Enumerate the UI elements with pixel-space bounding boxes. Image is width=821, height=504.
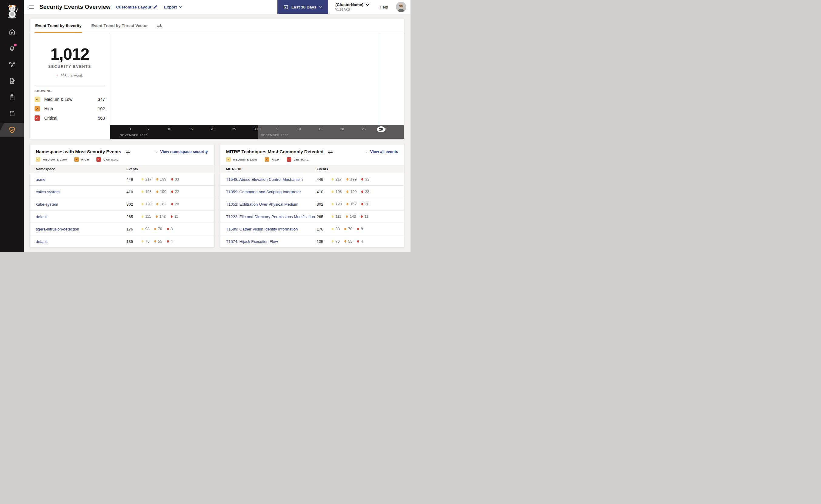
view-all-events-link[interactable]: → View all events bbox=[364, 149, 398, 154]
checkbox-critical[interactable]: ✓ bbox=[96, 157, 101, 162]
high-value: 143 bbox=[346, 214, 356, 219]
sidebar-item-alerts[interactable] bbox=[0, 40, 24, 56]
checkbox-high[interactable]: ✓ bbox=[35, 106, 40, 111]
medium-low-value: 76 bbox=[332, 239, 340, 244]
critical-dot-icon bbox=[361, 178, 363, 181]
selected-day-badge[interactable]: 29 bbox=[377, 126, 385, 132]
row-link[interactable]: T1589: Gather Victim Identity Informatio… bbox=[226, 227, 298, 231]
table-row: T1059: Command and Scripting Interpreter… bbox=[220, 186, 404, 198]
customize-layout-button[interactable]: Customize Layout bbox=[116, 5, 157, 9]
high-dot-icon bbox=[154, 228, 156, 230]
row-link[interactable]: default bbox=[36, 239, 48, 244]
high-value: 199 bbox=[347, 177, 357, 181]
row-link[interactable]: T1222: File and Directory Permissions Mo… bbox=[226, 214, 315, 219]
divider bbox=[35, 85, 105, 85]
tab-event-trend-by-threat-vector[interactable]: Event Trend by Threat Vector bbox=[91, 19, 148, 33]
help-link[interactable]: Help bbox=[380, 5, 388, 9]
namespaces-table: Namespace Events acme44921719933calico-s… bbox=[30, 165, 214, 247]
checkbox-critical[interactable]: ✓ bbox=[287, 157, 291, 162]
mitre-filter-button[interactable] bbox=[328, 150, 333, 154]
critical-dot-icon bbox=[167, 228, 169, 230]
medium-low-value: 76 bbox=[141, 239, 149, 244]
date-range-button[interactable]: Last 30 Days bbox=[278, 0, 329, 14]
cluster-name: {ClusterName} bbox=[335, 2, 364, 7]
namespaces-filter-button[interactable] bbox=[125, 150, 131, 154]
events-total: 135 bbox=[317, 239, 327, 244]
axis-ticks: 15101520253015101520253029 bbox=[128, 125, 387, 139]
mitre-card-title: MITRE Techniques Most Commonly Detected bbox=[226, 149, 324, 154]
medium-low-dot-icon bbox=[332, 215, 334, 218]
row-link[interactable]: T1574: Hijack Execution Flow bbox=[226, 239, 278, 244]
app-root: Security Events Overview Customize Layou… bbox=[0, 0, 410, 252]
table-row: acme44921719933 bbox=[30, 173, 214, 186]
checkbox-medium-low[interactable]: ✓ bbox=[35, 97, 40, 102]
user-avatar[interactable] bbox=[396, 2, 406, 12]
critical-dot-icon bbox=[171, 191, 173, 193]
critical-value: 33 bbox=[361, 177, 369, 181]
row-link[interactable]: tigera-intrusion-detection bbox=[36, 227, 79, 231]
row-link[interactable]: T1059: Command and Scripting Interpreter bbox=[226, 190, 301, 194]
high-value: 199 bbox=[156, 177, 166, 181]
medium-low-value: 98 bbox=[141, 227, 149, 231]
row-link[interactable]: kube-system bbox=[36, 202, 58, 207]
row-link[interactable]: T1052: Exfiltration Over Physical Medium bbox=[226, 202, 298, 207]
row-link[interactable]: T1548: Abuse Elevation Control Mechanism bbox=[226, 177, 303, 182]
checkbox-critical[interactable]: ✓ bbox=[35, 115, 40, 121]
table-row: T1222: File and Directory Permissions Mo… bbox=[220, 211, 404, 223]
sidebar-item-reports[interactable] bbox=[0, 73, 24, 89]
shield-check-icon bbox=[8, 126, 16, 134]
high-dot-icon bbox=[344, 240, 346, 243]
medium-low-dot-icon bbox=[332, 228, 334, 230]
tab-event-trend-by-severity[interactable]: Event Trend by Severity bbox=[35, 19, 82, 33]
table-row: T1052: Exfiltration Over Physical Medium… bbox=[220, 198, 404, 211]
axis-tick: 10 bbox=[167, 127, 171, 131]
checkbox-medium-low[interactable]: ✓ bbox=[36, 157, 40, 162]
events-total: 265 bbox=[126, 214, 137, 219]
sidebar-item-compliance[interactable] bbox=[0, 89, 24, 105]
critical-value: 33 bbox=[171, 177, 179, 181]
severity-filter-critical: ✓ Critical 563 bbox=[35, 115, 105, 121]
events-total: 176 bbox=[126, 227, 137, 231]
row-link[interactable]: calico-system bbox=[36, 190, 60, 194]
medium-low-value: 111 bbox=[141, 214, 151, 219]
high-dot-icon bbox=[347, 191, 348, 193]
calico-cat-logo[interactable] bbox=[0, 0, 24, 19]
row-link[interactable]: acme bbox=[36, 177, 45, 182]
customize-layout-label: Customize Layout bbox=[116, 5, 151, 9]
sidebar-item-service-graph[interactable] bbox=[0, 56, 24, 73]
sidebar-item-security-events[interactable] bbox=[0, 123, 24, 137]
axis-tick: 20 bbox=[340, 127, 344, 131]
row-link[interactable]: default bbox=[36, 214, 48, 219]
table-header-row: Namespace Events bbox=[30, 165, 214, 173]
axis-tick: 25 bbox=[362, 127, 366, 131]
high-value: 162 bbox=[156, 202, 166, 206]
severity-summary-panel: 1,012 SECURITY EVENTS ↑203 this week SHO… bbox=[30, 33, 110, 139]
notification-dot bbox=[14, 44, 17, 46]
export-button[interactable]: Export bbox=[164, 5, 182, 9]
view-namespace-security-link[interactable]: → View namespace security bbox=[154, 149, 208, 154]
checkbox-high[interactable]: ✓ bbox=[265, 157, 269, 162]
chip-medium-low: ✓ MEDIUM & LOW bbox=[36, 157, 67, 162]
trend-tabs: Event Trend by Severity Event Trend by T… bbox=[30, 19, 404, 33]
sidebar-item-workloads[interactable] bbox=[0, 105, 24, 122]
critical-count: 563 bbox=[98, 116, 105, 121]
axis-tick: 15 bbox=[189, 127, 193, 131]
checkbox-high[interactable]: ✓ bbox=[74, 157, 79, 162]
medium-low-value: 217 bbox=[141, 177, 151, 181]
events-total: 410 bbox=[317, 190, 327, 194]
events-total: 135 bbox=[126, 239, 137, 244]
axis-tick: 10 bbox=[297, 127, 301, 131]
cluster-selector[interactable]: {ClusterName} V1.26 AKS bbox=[335, 2, 369, 11]
lower-cards-row: Namespaces with Most Security Events → V… bbox=[29, 144, 404, 247]
hamburger-menu-button[interactable] bbox=[27, 3, 36, 11]
high-dot-icon bbox=[344, 228, 346, 230]
checkbox-medium-low[interactable]: ✓ bbox=[226, 157, 231, 162]
critical-value: 20 bbox=[361, 202, 369, 206]
namespaces-card: Namespaces with Most Security Events → V… bbox=[29, 144, 215, 247]
trend-filter-button[interactable] bbox=[157, 19, 162, 33]
events-total: 176 bbox=[317, 227, 327, 231]
severity-filter-high: ✓ High 102 bbox=[35, 106, 105, 111]
medium-low-dot-icon bbox=[141, 178, 143, 181]
table-row: tigera-intrusion-detection17698708 bbox=[30, 223, 214, 235]
sidebar-item-home[interactable] bbox=[0, 24, 24, 40]
